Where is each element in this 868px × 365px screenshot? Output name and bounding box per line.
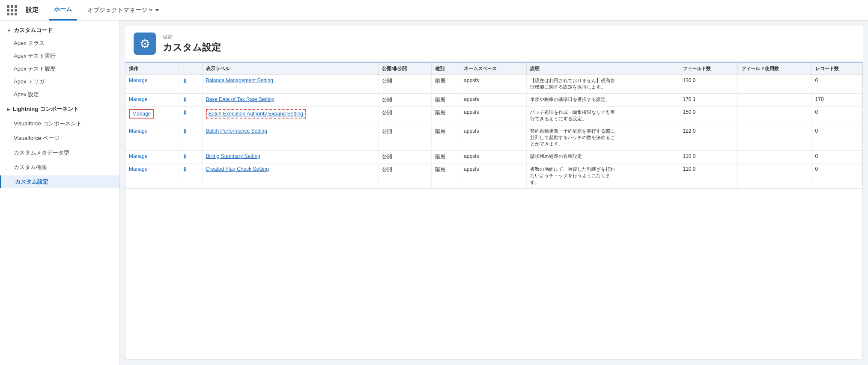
- label-cell: Created Flag Check Setting: [202, 163, 379, 188]
- manage-link[interactable]: Manage: [129, 77, 147, 83]
- sidebar-section-header-custom-metadata[interactable]: カスタムメタデータ型: [0, 146, 119, 159]
- col-namespace: ネームスペース: [460, 63, 527, 75]
- field-count-cell: 110 0: [679, 163, 737, 188]
- app-launcher-icon[interactable]: [5, 3, 19, 17]
- page-header: ⚙ 設定 カスタム設定: [125, 26, 863, 63]
- table-wrapper[interactable]: 操作 表示ラベル 公開/非公開 種別 ネームスペース 説明 フィールド数 フィー…: [125, 63, 862, 359]
- gear-icon: ⚙: [140, 37, 150, 51]
- sidebar-section-custom-settings: カスタム設定: [0, 175, 119, 188]
- setting-link[interactable]: Base Date of Tax Rate Setting: [206, 96, 275, 102]
- download-icon[interactable]: ⬇: [182, 96, 188, 103]
- label-cell-highlighted: Batch Execution Authority Expand Setting: [202, 106, 379, 125]
- download-icon[interactable]: ⬇: [182, 153, 188, 160]
- content-area: ⚙ 設定 カスタム設定 操作 表示ラベル 公開/非公開 種別: [120, 21, 868, 365]
- namespace-cell: appsfs: [460, 150, 527, 163]
- sidebar-item-apex-trigger[interactable]: Apex トリガ: [0, 75, 119, 88]
- record-count-cell: 0: [811, 163, 862, 188]
- table-row: Manage ⬇ Base Date of Tax Rate Setting 公…: [125, 93, 862, 106]
- manage-link[interactable]: Manage: [129, 128, 147, 134]
- setting-link[interactable]: Billing Summary Setting: [206, 153, 260, 159]
- manage-link-highlighted[interactable]: Manage: [129, 109, 154, 119]
- field-count-cell: 122 0: [679, 125, 737, 150]
- sidebar-item-apex-test-run[interactable]: Apex テスト実行: [0, 50, 119, 62]
- record-count-cell: 0: [811, 106, 862, 125]
- desc-text: バッチ処理を作成・編集権限なしでも実行できるようにする設定。: [530, 109, 616, 122]
- sidebar-section-custom-metadata: カスタムメタデータ型: [0, 146, 119, 159]
- table-row: Manage ⬇ Created Flag Check Setting 公開 階…: [125, 163, 862, 188]
- setting-link-highlighted[interactable]: Batch Execution Authority Expand Setting: [206, 109, 306, 119]
- action-cell: Manage: [125, 93, 179, 106]
- label-cell: Batch Performance Setting: [202, 125, 379, 150]
- manage-link[interactable]: Manage: [129, 96, 147, 102]
- download-icon-cell: ⬇: [179, 106, 202, 125]
- nav-tab-home[interactable]: ホーム: [49, 0, 77, 21]
- col-field-count: フィールド数: [679, 63, 737, 75]
- namespace-cell: appsfs: [460, 125, 527, 150]
- col-type: 種別: [431, 63, 460, 75]
- manage-link[interactable]: Manage: [129, 166, 147, 172]
- sidebar-section-header-vf-component[interactable]: Visualforce コンポーネント: [0, 117, 119, 130]
- field-count-cell: 170 1: [679, 93, 737, 106]
- page-header-title: カスタム設定: [163, 41, 221, 54]
- sidebar-section-custom-perm: カスタム権限: [0, 161, 119, 174]
- field-used-cell: [737, 106, 811, 125]
- desc-cell: バッチ処理を作成・編集権限なしでも実行できるようにする設定。: [526, 106, 679, 125]
- sidebar-section-header-custom-code[interactable]: ▼ カスタムコード: [0, 24, 119, 37]
- expand-arrow-icon: ▼: [7, 28, 11, 33]
- table-row-highlighted: Manage ⬇ Batch Execution Authority Expan…: [125, 106, 862, 125]
- setting-link[interactable]: Balance Management Setting: [206, 77, 273, 83]
- desc-cell: 単価や税率の基準日を選択する設定。: [526, 93, 679, 106]
- page-header-subtitle: 設定: [163, 34, 221, 40]
- top-nav: 設定 ホーム オブジェクトマネージャ: [0, 0, 868, 21]
- desc-text: 契約自動更新・予約更新を実行する際に並列して起動するバッチの数を決めることができ…: [530, 128, 616, 148]
- desc-cell: 【現在は利用されておりません】残高管理機能に関する設定を保持します。: [526, 75, 679, 94]
- sidebar-item-apex-test-history[interactable]: Apex テスト履歴: [0, 62, 119, 75]
- nav-tab-object-manager[interactable]: オブジェクトマネージャ: [84, 0, 163, 21]
- manage-link[interactable]: Manage: [129, 153, 147, 159]
- visibility-cell: 公開: [379, 163, 431, 188]
- col-record-count: レコード数: [811, 63, 862, 75]
- col-field-used: フィールド使用数: [737, 63, 811, 75]
- custom-settings-table: 操作 表示ラベル 公開/非公開 種別 ネームスペース 説明 フィールド数 フィー…: [125, 63, 862, 189]
- sidebar-section-header-vf-page[interactable]: Visualforce ページ: [0, 132, 119, 145]
- sidebar-section-header-custom-perm[interactable]: カスタム権限: [0, 161, 119, 174]
- desc-text: 【現在は利用されておりません】残高管理機能に関する設定を保持します。: [530, 77, 616, 91]
- table-row: Manage ⬇ Billing Summary Setting 公開 階層 a…: [125, 150, 862, 163]
- namespace-cell: appsfs: [460, 106, 527, 125]
- setting-link[interactable]: Batch Performance Setting: [206, 128, 267, 134]
- download-icon-cell: ⬇: [179, 163, 202, 188]
- record-count-cell: 0: [811, 75, 862, 94]
- table-container: 操作 表示ラベル 公開/非公開 種別 ネームスペース 説明 フィールド数 フィー…: [125, 63, 863, 360]
- sidebar: ▼ カスタムコード Apex クラス Apex テスト実行 Apex テスト履歴…: [0, 21, 120, 365]
- field-used-cell: [737, 125, 811, 150]
- field-used-cell: [737, 93, 811, 106]
- label-cell: Balance Management Setting: [202, 75, 379, 94]
- type-cell: 階層: [431, 163, 460, 188]
- download-icon[interactable]: ⬇: [182, 166, 188, 173]
- download-icon[interactable]: ⬇: [182, 128, 188, 135]
- download-icon[interactable]: ⬇: [182, 109, 188, 116]
- action-cell: Manage: [125, 163, 179, 188]
- download-icon[interactable]: ⬇: [182, 77, 188, 84]
- desc-text: 複数の画面にて、重複した引継ぎを行わないようチェックを行うようになります。: [530, 166, 616, 186]
- download-icon-cell: ⬇: [179, 93, 202, 106]
- sidebar-section-header-lightning[interactable]: ▶ Lightning コンポーネント: [0, 103, 119, 116]
- page-header-text: 設定 カスタム設定: [163, 34, 221, 54]
- type-cell: 階層: [431, 93, 460, 106]
- setting-link[interactable]: Created Flag Check Setting: [206, 166, 269, 172]
- sidebar-item-apex-settings[interactable]: Apex 設定: [0, 88, 119, 101]
- visibility-cell: 公開: [379, 106, 431, 125]
- download-icon-cell: ⬇: [179, 150, 202, 163]
- record-count-cell: 170: [811, 93, 862, 106]
- main-layout: ▼ カスタムコード Apex クラス Apex テスト実行 Apex テスト履歴…: [0, 21, 868, 365]
- sidebar-item-custom-settings[interactable]: カスタム設定: [0, 175, 119, 188]
- field-used-cell: [737, 150, 811, 163]
- field-used-cell: [737, 163, 811, 188]
- chevron-down-icon: [155, 9, 159, 12]
- desc-cell: 複数の画面にて、重複した引継ぎを行わないようチェックを行うようになります。: [526, 163, 679, 188]
- type-cell: 階層: [431, 150, 460, 163]
- sidebar-item-apex-class[interactable]: Apex クラス: [0, 37, 119, 50]
- type-cell: 階層: [431, 125, 460, 150]
- desc-text: 請求締め処理の各種設定: [530, 153, 616, 160]
- label-cell: Base Date of Tax Rate Setting: [202, 93, 379, 106]
